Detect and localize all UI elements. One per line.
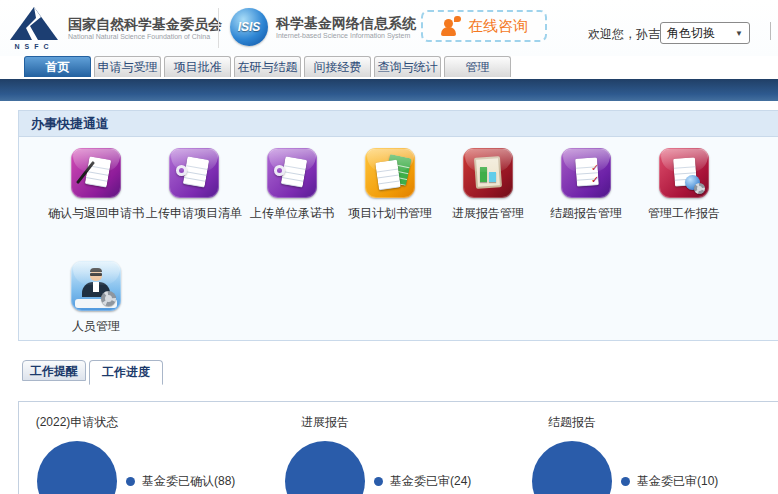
shortcut-management-work-report[interactable]: 管理工作报告	[635, 148, 733, 222]
nav-tab-indirect-funds[interactable]: 间接经费	[304, 56, 371, 77]
shortcut-label: 人员管理	[72, 318, 120, 335]
welcome-text: 欢迎您，孙吉	[588, 26, 660, 43]
nsfc-subtitle: National Natural Science Foundation of C…	[68, 33, 222, 40]
nav-tab-research-conclusion[interactable]: 在研与结题	[234, 56, 301, 77]
notepad-magnifier-icon	[169, 148, 219, 198]
chart-legend: 基金委已审(10)	[621, 473, 718, 490]
main-nav: 首页 申请与受理 项目批准 在研与结题 间接经费 查询与统计 管理	[24, 56, 511, 77]
quick-panel-title: 办事快捷通道	[19, 111, 778, 137]
chart-title: 进展报告	[285, 414, 365, 431]
tab-work-reminder[interactable]: 工作提醒	[22, 360, 86, 381]
person-gear-icon	[71, 261, 121, 311]
checklist-icon: ✓ ✓	[561, 148, 611, 198]
shortcut-final-report-management[interactable]: ✓ ✓ 结题报告管理	[537, 148, 635, 222]
nsfc-title: 国家自然科学基金委员会	[68, 16, 222, 33]
shortcut-label: 项目计划书管理	[348, 205, 432, 222]
chart-title: (2022)申请状态	[37, 414, 117, 431]
nsfc-letters: NSFC	[10, 43, 58, 50]
online-consult-button[interactable]: 在线咨询	[421, 10, 547, 42]
documents-icon	[365, 148, 415, 198]
online-consult-label: 在线咨询	[468, 17, 528, 36]
pie-chart-application-status: (2022)申请状态 基金委已确认(88)	[37, 414, 235, 494]
nsfc-logo-block: NSFC 国家自然科学基金委员会 National Natural Scienc…	[8, 6, 222, 50]
clipboard-chart-icon	[463, 148, 513, 198]
legend-label: 基金委已审(24)	[390, 473, 471, 490]
shortcut-row-2: 人员管理	[19, 261, 778, 335]
shortcut-label: 上传单位承诺书	[250, 205, 334, 222]
nsfc-mountain-logo-icon: NSFC	[8, 6, 60, 50]
chart-title: 结题报告	[532, 414, 612, 431]
legend-label: 基金委已确认(88)	[142, 473, 235, 490]
pie-progress-report	[285, 441, 365, 494]
isis-globe-icon: ISIS	[230, 8, 268, 46]
nav-bottom-bar	[0, 79, 778, 101]
pie-final-report	[532, 441, 612, 494]
shortcut-confirm-return-application[interactable]: 确认与退回申请书	[47, 148, 145, 222]
role-switch-label: 角色切换	[667, 25, 715, 42]
chart-legend: 基金委已审(24)	[374, 473, 471, 490]
shortcut-upload-application-list[interactable]: 上传申请项目清单	[145, 148, 243, 222]
shortcut-label: 进展报告管理	[452, 205, 524, 222]
legend-label: 基金委已审(10)	[637, 473, 718, 490]
nav-tab-management[interactable]: 管理	[444, 56, 511, 77]
nav-tab-application-acceptance[interactable]: 申请与受理	[94, 56, 161, 77]
shortcut-personnel-management[interactable]: 人员管理	[47, 261, 145, 335]
pie-chart-progress-report: 进展报告 基金委已审(24)	[285, 414, 471, 494]
header-divider	[218, 8, 219, 48]
shortcut-project-plan-management[interactable]: 项目计划书管理	[341, 148, 439, 222]
quick-access-panel: 办事快捷通道 确认与退回申请书 上传申请项目清单 上传单位承诺书 项目计划书管理	[18, 110, 778, 341]
pie-application-status	[37, 441, 117, 494]
isis-subtitle: Internet-based Science Information Syste…	[276, 32, 416, 39]
isis-title: 科学基金网络信息系统	[276, 15, 416, 32]
chart-legend: 基金委已确认(88)	[126, 473, 235, 490]
shortcut-label: 结题报告管理	[550, 205, 622, 222]
shortcut-label: 上传申请项目清单	[146, 205, 242, 222]
legend-dot-icon	[126, 477, 135, 486]
notepad-magnifier-icon	[267, 148, 317, 198]
shortcut-label: 确认与退回申请书	[48, 205, 144, 222]
shortcut-upload-institution-commitment[interactable]: 上传单位承诺书	[243, 148, 341, 222]
role-switch-select[interactable]: 角色切换 ▼	[660, 22, 750, 44]
header-separator	[770, 22, 771, 40]
nav-tab-project-approval[interactable]: 项目批准	[164, 56, 231, 77]
legend-dot-icon	[374, 477, 383, 486]
pie-chart-final-report: 结题报告 基金委已审(10)	[532, 414, 718, 494]
legend-dot-icon	[621, 477, 630, 486]
work-progress-panel: (2022)申请状态 基金委已确认(88) 进展报告 基金委已审(24) 结题报…	[18, 401, 778, 494]
shortcut-progress-report-management[interactable]: 进展报告管理	[439, 148, 537, 222]
isis-logo-block: ISIS 科学基金网络信息系统 Internet-based Science I…	[230, 8, 416, 46]
work-tabs: 工作提醒 工作进度	[22, 360, 163, 385]
shortcut-label: 管理工作报告	[648, 205, 720, 222]
nav-tab-home[interactable]: 首页	[24, 56, 91, 77]
document-pen-icon	[71, 148, 121, 198]
chevron-down-icon: ▼	[735, 29, 743, 38]
report-globe-gear-icon	[659, 148, 709, 198]
consult-person-icon	[440, 15, 462, 37]
shortcut-row-1: 确认与退回申请书 上传申请项目清单 上传单位承诺书 项目计划书管理 进展报告管理	[19, 148, 778, 222]
page-header: NSFC 国家自然科学基金委员会 National Natural Scienc…	[0, 0, 778, 56]
tab-work-progress[interactable]: 工作进度	[89, 360, 163, 385]
nav-tab-query-statistics[interactable]: 查询与统计	[374, 56, 441, 77]
